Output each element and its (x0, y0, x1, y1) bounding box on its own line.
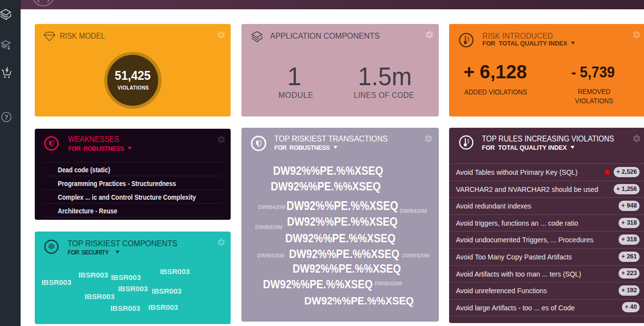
svg-text:?: ? (4, 114, 8, 121)
